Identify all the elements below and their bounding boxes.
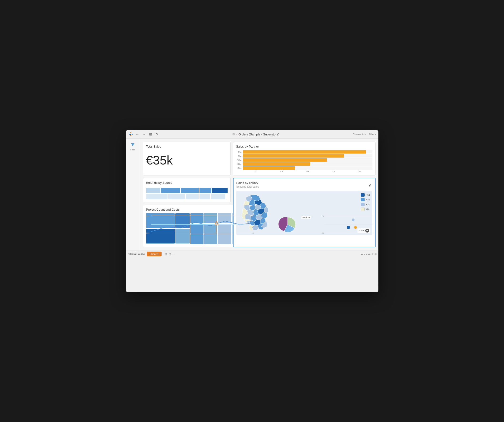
prev-btn[interactable]: ◂ <box>364 253 365 255</box>
legend-color-5k <box>361 193 365 197</box>
next-btn[interactable]: ▸ <box>366 253 367 255</box>
bar-row: Cl... <box>236 154 372 158</box>
treemap-small-cell <box>218 234 231 244</box>
refund-cell <box>146 194 168 199</box>
y-axis-right: 60 40 <box>251 215 254 234</box>
county-subtitle: Showing total sales <box>236 185 259 188</box>
window-frame: ← → ⊡ ↻ ⊟ · Orders (Sample - Superstore)… <box>126 130 378 292</box>
bar-fill <box>243 154 344 158</box>
county-title: Sales by county <box>236 181 259 185</box>
refund-cell <box>186 194 199 199</box>
declined-label: Declined <box>301 216 311 219</box>
y-label-4k: $4K <box>146 232 150 234</box>
axis-tick-2: €2k <box>295 170 321 172</box>
refund-row-1 <box>146 188 228 193</box>
bar-fill <box>243 162 310 166</box>
duplicate-sheet-icon[interactable]: ⊡ <box>168 252 171 256</box>
refund-cell <box>181 188 199 193</box>
y-label-40: 40 <box>252 232 254 234</box>
svg-point-7 <box>352 218 354 221</box>
sidebar: Filter <box>126 139 140 250</box>
line-chart-area: $6K $4K <box>146 215 254 234</box>
scatter-y-75: 75 <box>322 215 324 217</box>
main-content: Filter Total Sales €35k Sales by Partner… <box>126 139 378 250</box>
bar-track <box>243 166 372 170</box>
pie-chart-svg <box>277 216 298 234</box>
back-button[interactable]: ← <box>135 132 140 137</box>
county-chevron[interactable]: ∨ <box>367 182 372 188</box>
svg-rect-1 <box>129 134 130 135</box>
bar-track <box>243 154 372 158</box>
bar-fill <box>243 166 295 170</box>
bar-fill <box>243 150 366 153</box>
refunds-widget: Refunds by Source <box>143 178 231 202</box>
title-bar: ← → ⊡ ↻ ⊟ · Orders (Sample - Superstore)… <box>126 130 378 139</box>
legend-label-5k: > 5k <box>366 194 370 196</box>
sales-partner-title: Sales by Partner <box>236 145 372 148</box>
grid-view-btn[interactable]: ⊞ <box>372 253 373 255</box>
window-button[interactable]: ⊡ <box>148 132 153 137</box>
refunds-title: Refunds by Source <box>146 181 228 184</box>
sidebar-item-filter[interactable]: Filter <box>127 141 139 152</box>
svg-rect-3 <box>132 134 133 135</box>
forward-button[interactable]: → <box>142 132 147 137</box>
map-legend: > 5k > 3k > 2k <1k <box>361 193 370 211</box>
treemap-small-cell <box>190 234 204 244</box>
data-source-tab[interactable]: ⊟ Data Source <box>128 252 145 255</box>
window-title: Orders (Sample - Superstore) <box>239 133 279 136</box>
next-page-btn[interactable]: ▸▸ <box>368 253 371 255</box>
svg-rect-0 <box>130 132 131 133</box>
svg-point-8 <box>347 226 350 229</box>
refresh-button[interactable]: ↻ <box>154 132 159 137</box>
title-bar-left: ← → ⊡ ↻ <box>128 132 159 137</box>
bar-label: Co... <box>236 167 242 169</box>
refund-cell <box>199 188 211 193</box>
scatter-y-axis: 75 50 <box>322 215 324 234</box>
legend-label-2k: > 2k <box>366 203 370 206</box>
scatter-grid-top <box>324 215 372 215</box>
status-right: ◂◂ ◂ ▸ ▸▸ ⊞ ▦ <box>360 253 377 255</box>
refund-cell <box>212 188 228 193</box>
status-icons: ⊞ ⊡ ⋯ <box>164 252 176 256</box>
bar-label: Cr... <box>236 151 242 153</box>
legend-label-3k: > 3k <box>366 199 370 201</box>
legend-label-1k: <1k <box>366 208 369 211</box>
scatter-area: 75 50 <box>322 215 372 234</box>
line-chart-content: $6K $4K <box>146 215 254 234</box>
file-icon: ⊟ <box>232 133 235 136</box>
axis-tick-4: €4k <box>347 170 372 172</box>
legend-color-3k <box>361 198 365 201</box>
refund-cell <box>211 194 225 199</box>
new-sheet-icon[interactable]: ⊞ <box>164 252 167 256</box>
filter-label: Filter <box>130 148 135 151</box>
axis-tick-0: €0 <box>243 170 269 172</box>
title-center: ⊟ · Orders (Sample - Superstore) <box>161 133 351 136</box>
bar-label: Am... <box>236 159 242 161</box>
declined-label-container: Declined <box>301 216 311 219</box>
sheet1-tab[interactable]: Sheet 1 <box>147 252 162 256</box>
scatter-content: 75 50 <box>322 215 372 234</box>
bar-track <box>243 162 372 166</box>
legend-item-1k: <1k <box>361 208 370 211</box>
scatter-y-50: 50 <box>322 232 324 234</box>
detail-view-btn[interactable]: ▦ <box>374 253 377 255</box>
y-label-60: 60 <box>252 215 254 217</box>
svg-rect-4 <box>130 135 131 136</box>
county-header: Sales by county Showing total sales ∨ <box>236 181 372 189</box>
bar-label: Ge... <box>236 163 242 165</box>
svg-point-9 <box>354 226 357 229</box>
bar-row: Cr... <box>236 150 372 153</box>
y-label-6k: $6K <box>146 215 150 217</box>
status-bar: ⊟ Data Source Sheet 1 ⊞ ⊡ ⋯ ◂◂ ◂ ▸ ▸▸ ⊞ … <box>126 250 378 258</box>
data-source-label-text: Data Source <box>130 252 145 255</box>
more-icon[interactable]: ⋯ <box>173 252 176 256</box>
refund-cell <box>168 194 185 199</box>
sales-partner-widget: Sales by Partner Cr...Cl...Am...Ge...Co.… <box>233 142 376 176</box>
bar-axis: €0 €1k €2k €3k €4k <box>243 170 372 172</box>
scatter-main <box>324 215 372 234</box>
total-sales-widget: Total Sales €35k <box>143 142 231 176</box>
prev-page-btn[interactable]: ◂◂ <box>360 253 363 255</box>
filter-sidebar-icon <box>131 143 135 148</box>
title-right: Connection Filters <box>353 133 376 136</box>
bar-row: Am... <box>236 158 372 162</box>
